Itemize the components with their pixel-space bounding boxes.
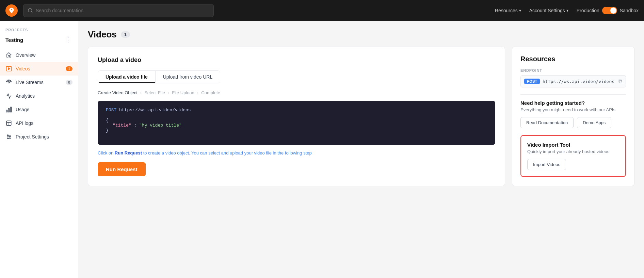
endpoint-label: ENDPOINT [520, 68, 626, 72]
tab-upload-file[interactable]: Upload a video file [98, 71, 156, 83]
sandbox-label: Sandbox [620, 8, 639, 13]
sidebar-item-project-settings-label: Project Settings [16, 134, 49, 140]
svg-point-12 [10, 136, 11, 137]
svg-rect-6 [11, 107, 12, 112]
project-menu-icon[interactable]: ⋮ [64, 35, 73, 44]
run-request-link: Run Request [115, 150, 142, 156]
help-btns: Read Documentation Demo Apps [520, 117, 626, 128]
step-chevron-1: › [140, 90, 142, 95]
hint-text: Click on Run Request to create a video o… [98, 150, 495, 156]
env-toggle[interactable] [602, 7, 617, 14]
sidebar-item-live-streams-label: Live Streams [16, 80, 44, 85]
search-input[interactable] [36, 8, 209, 13]
upload-card-title: Upload a video [98, 56, 495, 64]
endpoint-row: POST https://ws.api.video/videos ⧉ [520, 75, 626, 87]
run-request-button[interactable]: Run Request [98, 162, 146, 176]
overview-icon [5, 52, 12, 59]
toggle-thumb [610, 7, 616, 14]
svg-rect-7 [6, 121, 11, 126]
videos-badge: 1 [66, 66, 73, 71]
env-toggle-container: Production Sandbox [577, 7, 639, 14]
sidebar-item-overview[interactable]: Overview [0, 48, 78, 62]
sidebar-item-videos[interactable]: Videos 1 [0, 62, 78, 76]
sidebar-item-usage-label: Usage [16, 107, 29, 112]
svg-point-13 [7, 138, 9, 139]
sidebar-item-analytics[interactable]: Analytics [0, 89, 78, 103]
code-colon: : [134, 123, 136, 128]
steps-row: Create Video Object › Select File › File… [98, 90, 495, 95]
import-tool-title: Video Import Tool [527, 142, 619, 148]
page-header: Videos 1 [88, 29, 634, 40]
layout: PROJECTS Testing ⋮ Overview Videos 1 [0, 21, 644, 278]
code-brace-open: { [106, 118, 109, 123]
svg-marker-2 [9, 68, 10, 70]
code-url: https://ws.api.video/videos [119, 108, 191, 113]
resources-panel: Resources ENDPOINT POST https://ws.api.v… [512, 47, 634, 186]
import-tool-desc: Quickly import your already hosted video… [527, 149, 619, 154]
help-title: Need help getting started? [520, 100, 626, 106]
topnav-right: Resources Account Settings Production Sa… [495, 7, 639, 14]
logo[interactable] [5, 4, 18, 17]
main-content: Videos 1 Upload a video Upload a video f… [78, 21, 644, 278]
step-create: Create Video Object [98, 90, 138, 95]
analytics-icon [5, 93, 12, 99]
live-streams-icon [5, 79, 12, 86]
sidebar-item-videos-label: Videos [16, 66, 30, 71]
sidebar-item-live-streams[interactable]: Live Streams 0 [0, 76, 78, 89]
code-method: POST [106, 108, 116, 113]
read-docs-button[interactable]: Read Documentation [520, 117, 574, 128]
resources-title: Resources [520, 55, 626, 63]
resources-dropdown[interactable]: Resources [495, 8, 521, 13]
divider [520, 94, 626, 95]
step-upload: File Upload [172, 90, 194, 95]
page-title: Videos [88, 29, 117, 40]
projects-label: PROJECTS [0, 28, 78, 32]
account-settings-dropdown[interactable]: Account Settings [529, 8, 568, 13]
code-brace-close: } [106, 128, 109, 133]
sidebar-item-overview-label: Overview [16, 52, 35, 58]
topnav: Resources Account Settings Production Sa… [0, 0, 644, 21]
step-complete: Complete [201, 90, 220, 95]
code-key: "title" [113, 123, 131, 128]
usage-icon [5, 106, 12, 113]
demo-apps-button[interactable]: Demo Apps [577, 117, 611, 128]
endpoint-url: https://ws.api.video/videos [543, 79, 616, 84]
sidebar: PROJECTS Testing ⋮ Overview Videos 1 [0, 21, 78, 278]
sidebar-item-api-logs-label: API logs [16, 120, 33, 126]
live-streams-badge: 0 [66, 80, 73, 85]
search-icon [28, 8, 33, 13]
step-chevron-2: › [168, 90, 169, 95]
tab-row: Upload a video file Upload from video UR… [98, 70, 220, 83]
step-chevron-3: › [197, 90, 198, 95]
svg-point-0 [28, 9, 32, 12]
help-desc: Everything you might need to work with o… [520, 107, 626, 112]
tab-upload-url[interactable]: Upload from video URL [156, 71, 220, 83]
videos-icon [5, 65, 12, 72]
post-badge: POST [524, 79, 540, 84]
sidebar-item-project-settings[interactable]: Project Settings [0, 130, 78, 144]
svg-rect-5 [9, 109, 10, 112]
sidebar-item-api-logs[interactable]: API logs [0, 116, 78, 130]
project-name: Testing [5, 37, 23, 43]
sidebar-item-usage[interactable]: Usage [0, 103, 78, 116]
code-block: POST https://ws.api.video/videos { "titl… [98, 101, 495, 145]
import-tool-card: Video Import Tool Quickly import your al… [520, 135, 626, 177]
step-select: Select File [144, 90, 165, 95]
code-value: "My video title" [139, 123, 182, 128]
project-row: Testing ⋮ [0, 34, 78, 48]
upload-card: Upload a video Upload a video file Uploa… [88, 47, 505, 186]
sidebar-item-analytics-label: Analytics [16, 93, 35, 99]
project-settings-icon [5, 133, 12, 140]
svg-point-11 [7, 135, 9, 136]
import-videos-button[interactable]: Import Videos [527, 159, 566, 170]
page-badge: 1 [121, 31, 130, 38]
search-bar[interactable] [23, 4, 214, 17]
copy-icon[interactable]: ⧉ [618, 78, 622, 84]
svg-point-3 [8, 82, 10, 83]
api-logs-icon [5, 120, 12, 127]
svg-rect-4 [6, 110, 7, 112]
production-label: Production [577, 8, 599, 13]
content-grid: Upload a video Upload a video file Uploa… [88, 47, 634, 186]
